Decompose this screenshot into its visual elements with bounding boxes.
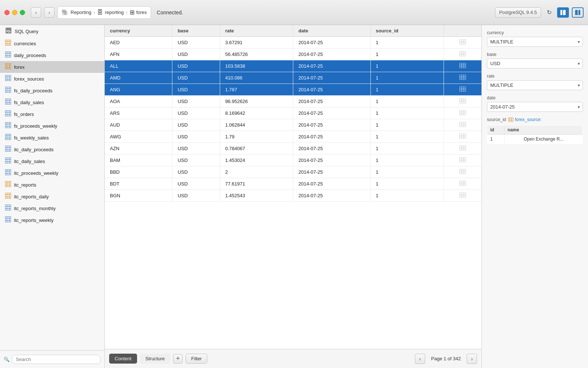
sidebar-item-fs-orders[interactable]: fs_orders: [0, 108, 104, 120]
sidebar-item-itc-reports-monthly[interactable]: itc_reports_monthly: [0, 202, 104, 214]
cell-action[interactable]: [444, 60, 481, 72]
svg-rect-126: [459, 134, 466, 139]
sidebar-item-forex[interactable]: forex: [0, 61, 104, 73]
svg-rect-116: [459, 110, 466, 115]
cell-action[interactable]: [444, 143, 481, 155]
cell-currency: AMD: [105, 72, 172, 84]
sidebar-item-itc-reports[interactable]: itc_reports: [0, 179, 104, 191]
row-expand-icon: [459, 146, 466, 152]
itc-daily-sales-label: itc_daily_sales: [14, 159, 45, 164]
sidebar-item-fs-proceeds-weekly[interactable]: fs_proceeds_weekly: [0, 120, 104, 132]
next-page-button[interactable]: ›: [467, 354, 477, 364]
itc-reports-weekly-icon: [5, 216, 11, 224]
breadcrumb-reporting[interactable]: 🐘 Reporting: [61, 9, 91, 16]
view-sidebar-right-button[interactable]: [572, 7, 584, 18]
cell-action[interactable]: [444, 107, 481, 119]
search-input[interactable]: [12, 355, 101, 364]
forward-button[interactable]: ›: [44, 7, 54, 18]
table-row[interactable]: AMDUSD410.0862014-07-251: [105, 72, 481, 84]
forex-icon: [5, 63, 11, 71]
table-row[interactable]: AEDUSD3.672912014-07-251: [105, 37, 481, 49]
table-row[interactable]: BDTUSD77.619712014-07-251: [105, 178, 481, 190]
tab-structure[interactable]: Structure: [140, 354, 171, 364]
tab-content[interactable]: Content: [109, 354, 137, 364]
close-button[interactable]: [4, 10, 10, 15]
panel-select-date[interactable]: 2014-07-25: [487, 102, 583, 112]
panel-select-base[interactable]: USD: [487, 59, 583, 68]
cell-action[interactable]: [444, 49, 481, 60]
cell-action[interactable]: [444, 190, 481, 202]
maximize-button[interactable]: [20, 10, 25, 15]
sidebar-item-fs-weekly-sales[interactable]: fs_weekly_sales: [0, 132, 104, 144]
sidebar-item-forex-sources[interactable]: forex_sources: [0, 73, 104, 85]
sidebar-item-itc-daily-proceeds[interactable]: itc_daily_proceeds: [0, 144, 104, 155]
refresh-button[interactable]: ↻: [544, 7, 554, 18]
panel-select-currency[interactable]: MULTIPLE: [487, 37, 583, 47]
table-row[interactable]: AUDUSD1.0628442014-07-251: [105, 119, 481, 131]
sidebar-item-daily-proceeds[interactable]: daily_proceeds: [0, 49, 104, 61]
table-row[interactable]: AZNUSD0.7840672014-07-251: [105, 143, 481, 155]
itc-reports-monthly-label: itc_reports_monthly: [14, 206, 55, 211]
filter-button[interactable]: Filter: [186, 354, 207, 364]
table-row[interactable]: AOAUSD96.9526262014-07-251: [105, 96, 481, 107]
breadcrumb-forex[interactable]: ⊞ forex: [130, 9, 147, 16]
table-row[interactable]: BBDUSD22014-07-251: [105, 166, 481, 178]
sidebar-item-currencies[interactable]: currencies: [0, 38, 104, 49]
cell-action[interactable]: [444, 72, 481, 84]
fs-daily-sales-label: fs_daily_sales: [14, 100, 44, 105]
sidebar-item-itc-reports-weekly[interactable]: itc_reports_weekly: [0, 214, 104, 226]
minimize-button[interactable]: [12, 10, 17, 15]
panel-field-date: date2014-07-25: [487, 95, 583, 112]
panel-select-rate[interactable]: MULTIPLE: [487, 80, 583, 90]
row-expand-icon: [459, 181, 466, 187]
panel-label-currency: currency: [487, 30, 583, 35]
cell-source_id: 1: [370, 60, 444, 72]
cell-action[interactable]: [444, 84, 481, 96]
forex-label: forex: [14, 64, 25, 70]
cell-date: 2014-07-25: [293, 119, 371, 131]
add-row-button[interactable]: +: [173, 354, 183, 364]
table-row[interactable]: AFNUSD56.4857262014-07-251: [105, 49, 481, 60]
table-row[interactable]: BGNUSD1.4525432014-07-251: [105, 190, 481, 202]
table-row[interactable]: ARSUSD8.1696422014-07-251: [105, 107, 481, 119]
cell-action[interactable]: [444, 178, 481, 190]
fs-daily-proceeds-label: fs_daily_proceeds: [14, 88, 53, 93]
cell-source_id: 1: [370, 96, 444, 107]
row-expand-icon: [459, 169, 466, 175]
sidebar-item-itc-reports-daily[interactable]: itc_reports_daily: [0, 191, 104, 202]
breadcrumb-reporting-db[interactable]: 🗄 reporting: [97, 9, 123, 16]
sidebar-item-itc-proceeds-weekly[interactable]: itc_proceeds_weekly: [0, 167, 104, 179]
cell-action[interactable]: [444, 37, 481, 49]
itc-reports-icon: [5, 181, 11, 188]
fs-daily-sales-icon: [5, 99, 11, 106]
source-table-link[interactable]: forex_source:: [508, 117, 542, 122]
cell-rate: 410.086: [220, 72, 293, 84]
table-row[interactable]: BAMUSD1.4530242014-07-251: [105, 155, 481, 166]
cell-action[interactable]: [444, 96, 481, 107]
prev-page-button[interactable]: ‹: [415, 354, 425, 364]
sidebar-item-fs-daily-proceeds[interactable]: fs_daily_proceeds: [0, 85, 104, 96]
svg-rect-36: [5, 110, 11, 116]
back-button[interactable]: ‹: [31, 7, 41, 18]
cell-action[interactable]: [444, 131, 481, 143]
cell-source_id: 1: [370, 131, 444, 143]
view-sidebar-left-button[interactable]: [557, 7, 569, 18]
col-header-date: date: [293, 25, 371, 37]
svg-rect-3: [578, 10, 580, 15]
cell-rate: 0.784067: [220, 143, 293, 155]
itc-reports-monthly-icon: [5, 205, 11, 212]
row-expand-icon: [459, 122, 466, 128]
table-row[interactable]: AWGUSD1.792014-07-251: [105, 131, 481, 143]
cell-source_id: 1: [370, 107, 444, 119]
cell-action[interactable]: [444, 166, 481, 178]
table-row[interactable]: ALLUSD103.58382014-07-251: [105, 60, 481, 72]
cell-action[interactable]: [444, 119, 481, 131]
sidebar-item-fs-daily-sales[interactable]: fs_daily_sales: [0, 96, 104, 108]
sidebar-item-itc-daily-sales[interactable]: itc_daily_sales: [0, 155, 104, 167]
table-row[interactable]: ANGUSD1.7872014-07-251: [105, 84, 481, 96]
sidebar-item-sql-query[interactable]: SQLSQL Query: [0, 25, 104, 38]
svg-rect-66: [5, 181, 11, 187]
data-table: currencybaseratedatesource_id AEDUSD3.67…: [105, 25, 481, 202]
svg-rect-31: [5, 99, 11, 105]
cell-action[interactable]: [444, 155, 481, 166]
